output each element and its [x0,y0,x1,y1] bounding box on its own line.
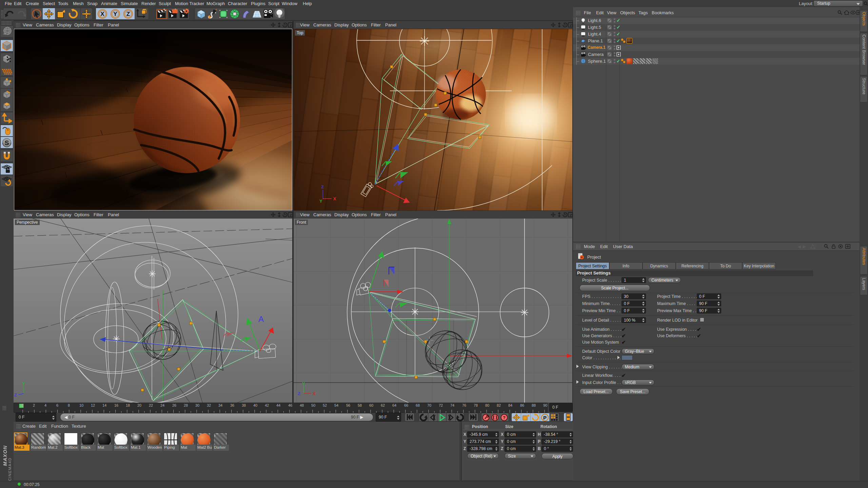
svg-text:Z: Z [126,11,130,17]
svg-text:?: ? [503,415,506,420]
svg-text:X: X [313,391,316,396]
svg-text:Y: Y [319,199,322,204]
svg-text:A: A [258,314,264,324]
svg-text:X: X [333,196,336,201]
svg-text:Z: Z [298,391,300,396]
svg-text:S: S [5,139,9,146]
svg-text:Z: Z [321,184,324,189]
svg-text:Y: Y [113,11,117,17]
svg-text:P: P [543,415,547,421]
svg-text:X: X [100,11,104,17]
svg-text:Z: Z [14,392,17,398]
svg-text:Y: Y [22,381,25,386]
svg-text:Y: Y [302,381,305,386]
